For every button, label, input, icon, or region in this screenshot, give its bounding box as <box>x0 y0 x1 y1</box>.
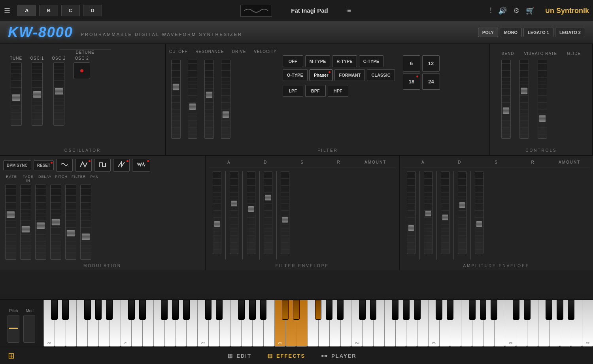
black-key-0-2[interactable] <box>84 300 91 320</box>
cart-icon[interactable]: 🛒 <box>526 6 534 15</box>
velocity-fader[interactable] <box>221 60 230 139</box>
black-key-4-2[interactable] <box>392 300 398 320</box>
black-key-5-3[interactable] <box>480 300 487 320</box>
aenv-amount-fader[interactable] <box>475 171 483 254</box>
legato1-button[interactable]: LEGATO 1 <box>523 28 553 37</box>
legato2-button[interactable]: LEGATO 2 <box>555 28 585 37</box>
black-key-4-1[interactable] <box>370 300 377 320</box>
black-key-1-4[interactable] <box>183 300 190 320</box>
filter-mtype-btn[interactable]: M-TYPE <box>305 55 330 67</box>
aenv-release-fader[interactable] <box>458 171 466 254</box>
fenv-attack-fader[interactable] <box>213 171 221 254</box>
filter-bpf-btn[interactable]: BPF <box>305 85 326 97</box>
cutoff-fader[interactable] <box>171 60 181 139</box>
black-key-0-0[interactable] <box>51 300 58 320</box>
fenv-decay-fader[interactable] <box>230 171 238 254</box>
black-key-5-2[interactable] <box>469 300 476 320</box>
grid-icon[interactable]: ⊞ <box>8 351 15 360</box>
black-key-4-0[interactable] <box>359 300 366 320</box>
black-key-2-1[interactable] <box>216 300 223 320</box>
wave-sawtooth-btn[interactable] <box>113 159 130 172</box>
wave-sine-btn[interactable] <box>56 159 73 172</box>
black-key-1-2[interactable] <box>161 300 168 320</box>
pole-24-btn[interactable]: 24 <box>422 74 440 90</box>
filter-phaser-btn[interactable]: Phaser <box>310 69 333 81</box>
pole-18-btn[interactable]: 18 <box>403 74 420 90</box>
osc1-fader[interactable] <box>32 62 43 126</box>
black-key-6-1[interactable] <box>524 300 531 320</box>
effects-button[interactable]: ⊟ EFFECTS <box>267 352 305 360</box>
pan-fader[interactable] <box>80 185 91 260</box>
osc2-detune-fader[interactable] <box>53 62 64 126</box>
filter-classic-btn[interactable]: CLASSIC <box>367 69 395 81</box>
black-key-3-4[interactable] <box>337 300 344 320</box>
filter-formant-btn[interactable]: FORMANT <box>334 69 365 81</box>
bend-fader[interactable] <box>501 60 511 139</box>
black-key-2-0[interactable] <box>205 300 212 320</box>
glide-fader[interactable] <box>538 60 547 139</box>
reset-button[interactable]: RESET <box>34 160 54 170</box>
black-key-3-0[interactable] <box>282 300 289 320</box>
filter-rtype-btn[interactable]: R-TYPE <box>332 55 357 67</box>
black-key-5-0[interactable] <box>436 300 442 320</box>
black-key-3-1[interactable] <box>293 300 300 320</box>
filter-lpf-btn[interactable]: LPF <box>283 85 303 97</box>
black-key-2-3[interactable] <box>249 300 256 320</box>
black-key-5-4[interactable] <box>491 300 497 320</box>
vibrato-fader[interactable] <box>519 60 529 139</box>
preset-tab-b[interactable]: B <box>39 5 58 16</box>
pitch-fader[interactable] <box>50 185 61 260</box>
poly-button[interactable]: POLY <box>478 28 498 37</box>
black-key-0-3[interactable] <box>95 300 102 320</box>
aenv-attack-fader[interactable] <box>407 171 415 254</box>
filter-otype-btn[interactable]: O-TYPE <box>283 69 308 81</box>
filter-ctype-btn[interactable]: C-TYPE <box>359 55 383 67</box>
fenv-release-fader[interactable] <box>264 171 272 254</box>
player-button[interactable]: ⊶ PLAYER <box>321 352 357 360</box>
filter-hpf-btn[interactable]: HPF <box>328 85 348 97</box>
preset-menu-icon[interactable]: ≡ <box>347 6 351 15</box>
edit-button[interactable]: ⊞ EDIT <box>227 352 251 360</box>
mono-button[interactable]: MONO <box>500 28 522 37</box>
black-key-1-1[interactable] <box>139 300 146 320</box>
preset-tab-a[interactable]: A <box>17 5 36 16</box>
black-key-6-4[interactable] <box>568 300 574 320</box>
preset-tab-d[interactable]: D <box>83 5 102 16</box>
wave-square-btn[interactable] <box>94 159 111 172</box>
black-key-6-0[interactable] <box>513 300 519 320</box>
fenv-amount-fader[interactable] <box>281 171 289 254</box>
pitch-strip[interactable] <box>8 315 19 343</box>
fenv-sustain-fader[interactable] <box>247 171 255 254</box>
black-key-4-4[interactable] <box>414 300 421 320</box>
black-key-2-4[interactable] <box>260 300 267 320</box>
tune-fader[interactable] <box>11 62 22 126</box>
mod-strip[interactable] <box>23 315 35 343</box>
black-key-2-2[interactable] <box>238 300 245 320</box>
speaker-icon[interactable]: 🔊 <box>498 6 507 15</box>
wave-triangle-btn[interactable] <box>75 159 92 172</box>
black-key-3-3[interactable] <box>326 300 332 320</box>
bpm-sync-button[interactable]: BPM SYNC <box>3 160 31 170</box>
aenv-decay-fader[interactable] <box>424 171 432 254</box>
black-key-1-3[interactable] <box>172 300 179 320</box>
pole-6-btn[interactable]: 6 <box>403 55 420 72</box>
black-key-6-2[interactable] <box>546 300 552 320</box>
black-key-5-1[interactable] <box>447 300 453 320</box>
wave-random-btn[interactable] <box>132 159 150 172</box>
osc2-toggle-button[interactable] <box>74 62 90 79</box>
delay-fader[interactable] <box>35 185 46 260</box>
black-key-3-2[interactable] <box>315 300 322 320</box>
resonance-fader[interactable] <box>188 60 197 139</box>
filter-mod-fader[interactable] <box>65 185 76 260</box>
white-key-c7[interactable]: C7 <box>582 300 593 347</box>
pole-12-btn[interactable]: 12 <box>422 55 440 72</box>
fadein-fader[interactable] <box>20 185 31 260</box>
black-key-4-3[interactable] <box>403 300 410 320</box>
black-key-0-4[interactable] <box>106 300 113 320</box>
filter-off-btn[interactable]: OFF <box>283 55 303 67</box>
black-key-0-1[interactable] <box>62 300 69 320</box>
piano-keys[interactable]: .wk { flex:1; background:linear-gradient… <box>43 300 593 347</box>
hamburger-icon[interactable]: ☰ <box>4 6 10 15</box>
preset-tab-c[interactable]: C <box>61 5 80 16</box>
alert-icon[interactable]: ! <box>490 6 492 15</box>
